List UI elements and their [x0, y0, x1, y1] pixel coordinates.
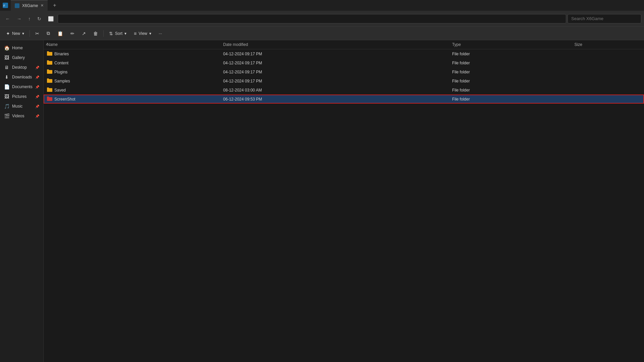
- folder-icon: [47, 69, 52, 75]
- view-label: View: [139, 31, 147, 36]
- sort-dropdown-icon: ▾: [124, 31, 126, 36]
- sidebar-item-desktop[interactable]: 🖥 Desktop 📌: [1, 63, 42, 72]
- cell-type: File folder: [449, 85, 571, 95]
- cut-button[interactable]: ✂: [32, 28, 43, 39]
- table-row[interactable]: ScreenShot 06-12-2024 09:53 PM File fold…: [44, 95, 644, 104]
- sidebar-downloads-label: Downloads: [12, 75, 32, 79]
- toolbar: ✦ New ▾ ✂ ⧉ 📋 ✏ ↗ 🗑 ⇅ Sort ▾ ≡ View ▾ ··…: [0, 27, 644, 40]
- sidebar-home-icon: 🏠: [4, 45, 9, 51]
- sidebar-music-icon: 🎵: [4, 104, 9, 109]
- new-dropdown-icon: ▾: [22, 31, 24, 36]
- active-tab[interactable]: X6Game ✕: [11, 0, 48, 11]
- sidebar-desktop-pin-icon: 📌: [35, 66, 39, 69]
- cell-type: File folder: [449, 67, 571, 76]
- share-button[interactable]: ↗: [78, 28, 89, 39]
- tab-title: X6Game: [22, 3, 38, 8]
- navigation-bar: ← → ↑ ↻ ⬜: [0, 11, 644, 27]
- sidebar-documents-pin-icon: 📌: [35, 85, 39, 89]
- cell-date-modified: 04-12-2024 09:17 PM: [220, 49, 449, 59]
- sidebar-pictures-label: Pictures: [12, 94, 26, 99]
- paste-button[interactable]: 📋: [54, 28, 66, 39]
- table-row[interactable]: Plugins 04-12-2024 09:17 PM File folder: [44, 67, 644, 76]
- sidebar-item-videos[interactable]: 🎬 Videos 📌: [1, 111, 42, 121]
- cell-size: [571, 49, 644, 59]
- forward-button[interactable]: →: [14, 14, 24, 23]
- cell-name: Content: [44, 58, 220, 67]
- sidebar-item-pictures[interactable]: 🖼 Pictures 📌: [1, 92, 42, 101]
- sidebar-documents-icon: 📄: [4, 84, 9, 89]
- file-name: Plugins: [54, 70, 67, 74]
- sidebar-downloads-pin-icon: 📌: [35, 75, 39, 79]
- new-label: New: [12, 31, 20, 36]
- table-row[interactable]: Content 04-12-2024 09:17 PM File folder: [44, 58, 644, 67]
- sidebar-gallery-icon: 🖼: [4, 55, 9, 60]
- rename-button[interactable]: ✏: [67, 28, 78, 39]
- sidebar-music-pin-icon: 📌: [35, 105, 39, 108]
- tab-folder-icon: [15, 3, 19, 8]
- file-name: Content: [54, 61, 68, 65]
- folder-icon: [47, 51, 52, 57]
- new-tab-button[interactable]: +: [50, 1, 59, 10]
- folder-icon: [47, 96, 52, 102]
- cell-size: [571, 67, 644, 76]
- up-icon: ↑: [28, 16, 31, 21]
- table-row[interactable]: Samples 04-12-2024 09:17 PM File folder: [44, 76, 644, 85]
- search-input[interactable]: [568, 14, 641, 23]
- sidebar-pictures-pin-icon: 📌: [35, 95, 39, 99]
- back-button[interactable]: ←: [3, 14, 13, 23]
- folder-icon: [47, 78, 52, 84]
- sidebar-item-downloads[interactable]: ⬇ Downloads 📌: [1, 72, 42, 82]
- paste-icon: 📋: [57, 31, 63, 36]
- more-button[interactable]: ···: [155, 28, 165, 39]
- table-row[interactable]: Binaries 04-12-2024 09:17 PM File folder: [44, 49, 644, 59]
- file-table: NameDate modifiedTypeSize Binaries 04-12…: [44, 40, 644, 104]
- main-layout: 🏠 Home 🖼 Gallery 🖥 Desktop 📌 ⬇ Downloads…: [0, 40, 644, 362]
- col-header-type[interactable]: Type: [449, 40, 571, 49]
- cell-date-modified: 04-12-2024 09:17 PM: [220, 76, 449, 85]
- more-icon: ···: [159, 31, 162, 36]
- collapse-sidebar-button[interactable]: ▲: [44, 40, 50, 48]
- sidebar-item-music[interactable]: 🎵 Music 📌: [1, 102, 42, 111]
- file-name: ScreenShot: [54, 97, 75, 102]
- refresh-button[interactable]: ↻: [35, 14, 44, 23]
- separator-2: [103, 30, 104, 37]
- delete-button[interactable]: 🗑: [90, 28, 101, 39]
- layout-button[interactable]: ⬜: [45, 14, 56, 23]
- copy-button[interactable]: ⧉: [43, 28, 53, 39]
- tab-close-button[interactable]: ✕: [41, 3, 44, 8]
- up-button[interactable]: ↑: [25, 14, 33, 23]
- layout-icon: ⬜: [48, 16, 54, 21]
- new-button[interactable]: ✦ New ▾: [3, 28, 28, 39]
- col-header-date_modified[interactable]: Date modified: [220, 40, 449, 49]
- svg-text:F: F: [3, 4, 5, 7]
- sort-button[interactable]: ⇅ Sort ▾: [106, 28, 130, 39]
- folder-icon: [47, 87, 52, 93]
- col-header-name[interactable]: Name: [44, 40, 220, 49]
- cell-type: File folder: [449, 58, 571, 67]
- sidebar-videos-icon: 🎬: [4, 113, 9, 119]
- forward-icon: →: [17, 16, 21, 21]
- view-dropdown-icon: ▾: [149, 31, 151, 36]
- delete-icon: 🗑: [93, 31, 98, 36]
- address-bar[interactable]: [58, 14, 566, 23]
- svg-rect-2: [15, 3, 19, 8]
- sidebar: 🏠 Home 🖼 Gallery 🖥 Desktop 📌 ⬇ Downloads…: [0, 40, 44, 362]
- sidebar-videos-pin-icon: 📌: [35, 114, 39, 118]
- sidebar-item-home[interactable]: 🏠 Home: [1, 43, 42, 53]
- sort-icon: ⇅: [109, 31, 113, 36]
- title-bar: F X6Game ✕ +: [0, 0, 644, 11]
- sidebar-desktop-icon: 🖥: [4, 65, 9, 70]
- table-header-row: NameDate modifiedTypeSize: [44, 40, 644, 49]
- cell-name: Samples: [44, 76, 220, 85]
- cell-name: ScreenShot: [44, 95, 220, 104]
- sidebar-item-gallery[interactable]: 🖼 Gallery: [1, 53, 42, 62]
- col-header-size[interactable]: Size: [571, 40, 644, 49]
- table-row[interactable]: Saved 08-12-2024 03:00 AM File folder: [44, 85, 644, 95]
- view-button[interactable]: ≡ View ▾: [130, 28, 155, 39]
- cell-size: [571, 95, 644, 104]
- cell-date-modified: 08-12-2024 03:00 AM: [220, 85, 449, 95]
- cell-name: Binaries: [44, 49, 220, 59]
- cell-size: [571, 85, 644, 95]
- sidebar-item-documents[interactable]: 📄 Documents 📌: [1, 82, 42, 92]
- cut-icon: ✂: [35, 31, 39, 36]
